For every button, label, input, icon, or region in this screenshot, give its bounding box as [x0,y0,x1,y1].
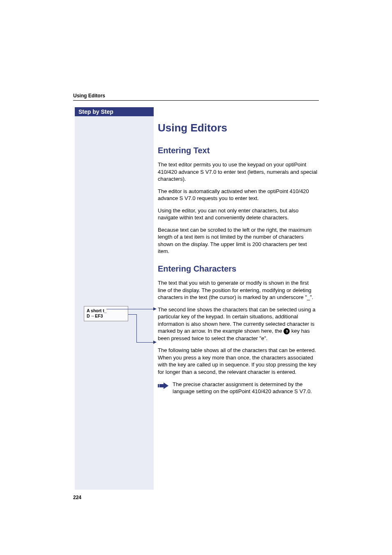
svg-marker-2 [164,382,168,389]
note-block: The precise character assignment is dete… [158,381,318,395]
callout-arrow-1-line [106,309,153,309]
callout-arrow-2-line [136,342,153,343]
body-paragraph: The text editor permits you to use the k… [158,161,318,183]
right-arrow-icon: → [90,313,95,319]
body-paragraph: Because text can be scrolled to the left… [158,226,318,255]
body-paragraph: Using the editor, you can not only enter… [158,207,318,221]
step-by-step-ribbon: Step by Step [75,107,154,116]
note-text: The precise character assignment is dete… [173,381,318,395]
callout-vertical-line [136,314,137,342]
keypad-key-icon: 3 [284,328,290,334]
display-line-2: D → EF3 [87,313,125,319]
header-rule [73,100,319,101]
page-number: 224 [73,495,81,500]
left-column-bg [75,116,154,490]
running-header: Using Editors [73,93,105,99]
heading-entering-characters: Entering Characters [158,264,318,274]
display-line2-prefix: D [87,313,90,319]
svg-rect-1 [159,384,164,387]
callout-arrow-2-stub [128,314,136,315]
body-paragraph: The text that you wish to generate or mo… [158,279,318,301]
body-paragraph: The editor is automatically activated wh… [158,188,318,202]
callout-arrow-1-head [153,307,157,311]
note-arrow-icon [158,381,169,390]
main-content: Using Editors Entering Text The text edi… [158,122,318,395]
heading-entering-text: Entering Text [158,146,318,155]
svg-rect-0 [158,384,159,387]
body-paragraph: The second line shows the characters tha… [158,306,318,342]
display-callout-box: A short t_ D → EF3 [84,306,128,321]
callout-arrow-2-head [153,341,157,344]
page-title: Using Editors [158,122,318,134]
body-paragraph: The following table shows all of the cha… [158,347,318,375]
display-line2-suffix: EF3 [95,313,103,319]
